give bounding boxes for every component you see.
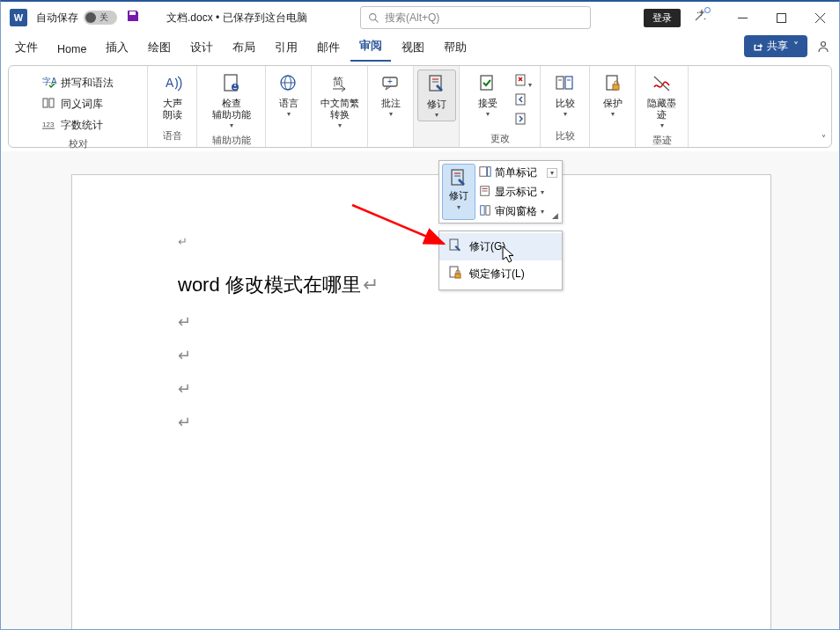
svg-rect-41 — [480, 167, 487, 177]
tab-review[interactable]: 审阅 — [350, 33, 391, 62]
chevron-down-icon: ▾ — [287, 110, 291, 118]
chevron-down-icon: ▾ — [547, 168, 557, 178]
svg-rect-42 — [488, 167, 491, 177]
autosave-label: 自动保存 — [36, 11, 78, 26]
coming-soon-icon[interactable] — [693, 9, 707, 26]
previous-change-button[interactable] — [514, 92, 532, 110]
ribbon-collapse-button[interactable]: ˅ — [822, 134, 826, 143]
share-icon — [753, 41, 763, 52]
language-button[interactable]: 语言 ▾ — [269, 70, 308, 120]
svg-line-1 — [375, 19, 378, 22]
document-stage: ↵ word 修改模式在哪里 ↵ ↵ ↵ ↵ ↵ — [1, 151, 839, 629]
chevron-down-icon: ▾ — [611, 110, 615, 118]
show-markup-button[interactable]: 显示标记 ▾ — [477, 183, 559, 201]
comments-pane-icon[interactable] — [816, 40, 830, 57]
read-aloud-button[interactable]: A 大声 朗读 — [153, 70, 192, 122]
svg-text:+: + — [387, 77, 393, 86]
reject-button[interactable]: ▾ — [514, 73, 532, 91]
spellcheck-icon: 字A — [42, 75, 56, 91]
group-label-accessibility: 辅助功能 — [212, 131, 251, 151]
svg-rect-32 — [565, 77, 572, 89]
search-icon — [368, 12, 379, 24]
comments-button[interactable]: + 批注 ▾ — [372, 70, 410, 120]
paragraph-mark: ↵ — [178, 235, 188, 248]
track-changes-split-main[interactable]: 修订 ▾ — [442, 164, 475, 220]
chevron-down-icon: ▾ — [435, 111, 438, 119]
menu-item-lock-tracking[interactable]: 锁定修订(L) — [439, 260, 562, 288]
document-title: 文档.docx • 已保存到这台电脑 — [166, 11, 307, 26]
document-page[interactable]: ↵ word 修改模式在哪里 ↵ ↵ ↵ ↵ ↵ — [71, 174, 771, 630]
thesaurus-button[interactable]: 同义词库 — [39, 94, 117, 114]
svg-text:123: 123 — [42, 121, 55, 128]
tab-help[interactable]: 帮助 — [435, 35, 475, 62]
maximize-button[interactable] — [762, 2, 800, 33]
share-button[interactable]: 共享 ˅ — [744, 35, 807, 57]
chevron-down-icon: ▾ — [541, 188, 544, 196]
protect-icon — [602, 71, 623, 96]
chevron-down-icon: ▾ — [564, 110, 567, 118]
tab-view[interactable]: 视图 — [393, 35, 433, 62]
chevron-down-icon: ▾ — [486, 110, 490, 118]
title-bar: W 自动保存 关 文档.docx • 已保存到这台电脑 搜索(Alt+Q) 登录 — [1, 2, 839, 33]
paragraph-mark: ↵ — [178, 413, 770, 432]
track-changes-icon — [448, 238, 462, 255]
tab-design[interactable]: 设计 — [181, 35, 222, 62]
display-for-review-dropdown[interactable]: 简单标记 ▾ — [477, 164, 559, 181]
accept-button[interactable]: 接受 ▾ — [468, 70, 507, 120]
chevron-down-icon: ▾ — [541, 208, 544, 216]
chinese-convert-button[interactable]: 简 中文简繁 转换 ▾ — [317, 70, 363, 131]
comment-icon: + — [380, 71, 402, 96]
tab-mailings[interactable]: 邮件 — [308, 35, 349, 62]
accessibility-check-button[interactable]: 检查 辅助功能 ▾ — [209, 70, 254, 131]
accept-icon — [477, 71, 498, 96]
svg-rect-9 — [49, 99, 54, 107]
chevron-down-icon: ▾ — [389, 110, 393, 118]
word-count-button[interactable]: 123 字数统计 — [39, 115, 117, 135]
autosave-toggle[interactable]: 关 — [84, 11, 117, 25]
paragraph-mark: ↵ — [178, 346, 770, 365]
track-changes-submenu: 修订(G) 锁定修订(L) — [438, 231, 563, 290]
language-icon — [278, 71, 299, 96]
save-icon[interactable] — [126, 9, 140, 26]
compare-button[interactable]: 比较 ▾ — [546, 70, 585, 120]
tab-home[interactable]: Home — [48, 38, 95, 62]
svg-rect-50 — [455, 274, 461, 278]
tab-draw[interactable]: 绘图 — [139, 35, 180, 62]
login-button[interactable]: 登录 — [644, 9, 681, 27]
tab-layout[interactable]: 布局 — [224, 35, 264, 62]
chevron-down-icon: ▾ — [230, 121, 233, 129]
protect-button[interactable]: 保护 ▾ — [593, 70, 632, 120]
ribbon-tabs: 文件 Home 插入 绘图 设计 布局 引用 邮件 审阅 视图 帮助 共享 ˅ — [1, 33, 839, 62]
tab-file[interactable]: 文件 — [6, 35, 47, 62]
tab-references[interactable]: 引用 — [266, 35, 306, 62]
read-aloud-icon: A — [162, 71, 183, 96]
minimize-button[interactable] — [723, 2, 762, 33]
paragraph-mark: ↵ — [363, 274, 379, 297]
chinese-convert-icon: 简 — [329, 71, 350, 96]
chevron-down-icon: ▾ — [457, 203, 461, 211]
reviewing-pane-icon — [479, 204, 491, 218]
next-change-button[interactable] — [514, 112, 532, 129]
tab-insert[interactable]: 插入 — [97, 35, 137, 62]
dialog-launcher-icon[interactable]: ◢ — [552, 211, 558, 220]
group-label-changes: 更改 — [490, 129, 510, 150]
spelling-grammar-button[interactable]: 字A 拼写和语法 — [39, 73, 117, 92]
group-label-speech: 语音 — [163, 127, 182, 147]
group-label-compare: 比较 — [556, 127, 575, 147]
ribbon: 字A 拼写和语法 同义词库 123 字数统计 校对 A 大声 朗读 语音 — [8, 65, 832, 148]
menu-item-track-changes[interactable]: 修订(G) — [439, 233, 562, 260]
track-changes-icon — [426, 72, 447, 97]
reviewing-pane-button[interactable]: 审阅窗格 ▾ — [477, 202, 559, 220]
svg-text:A: A — [166, 76, 174, 90]
search-input[interactable]: 搜索(Alt+Q) — [360, 6, 591, 29]
paragraph-mark: ↵ — [178, 312, 770, 332]
svg-rect-36 — [613, 84, 619, 90]
close-button[interactable] — [800, 2, 839, 33]
track-changes-dropdown-panel: 修订 ▾ 简单标记 ▾ 显示标记 ▾ 审阅窗格 ▾ ◢ — [438, 160, 563, 223]
hide-ink-button[interactable]: 隐藏墨 迹 ▾ — [643, 70, 682, 131]
chevron-down-icon: ▾ — [660, 121, 664, 129]
svg-rect-3 — [777, 13, 785, 22]
word-app-icon: W — [10, 9, 27, 26]
markup-icon — [479, 165, 491, 179]
track-changes-button[interactable]: 修订 ▾ — [417, 70, 456, 121]
